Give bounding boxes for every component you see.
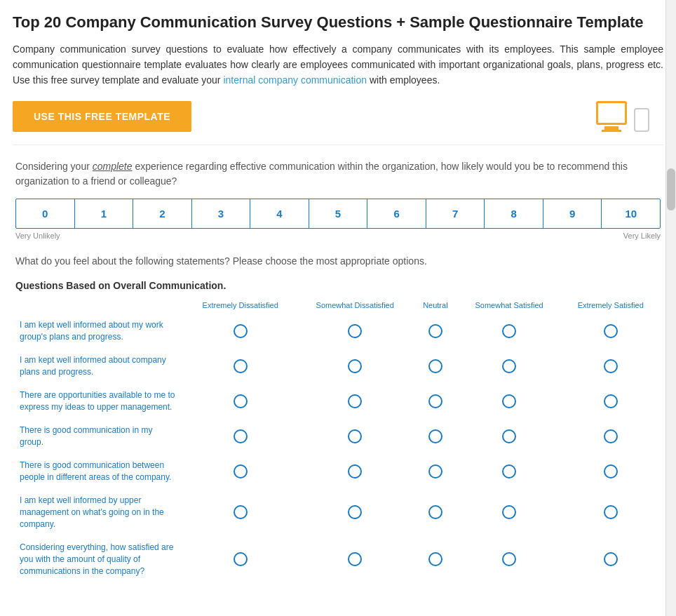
radio-r3-c2[interactable] bbox=[428, 429, 442, 443]
nps-cell-6[interactable]: 6 bbox=[367, 199, 426, 228]
matrix-row-5-col-4 bbox=[560, 490, 661, 535]
nps-label-unlikely: Very Unlikely bbox=[15, 232, 60, 240]
matrix-col-ext-dissatisfied: Extremely Dissatisfied bbox=[184, 298, 297, 315]
nps-cell-7[interactable]: 7 bbox=[426, 199, 485, 228]
radio-r4-c3[interactable] bbox=[502, 464, 516, 478]
matrix-row-0-col-4 bbox=[560, 315, 661, 347]
use-template-button[interactable]: USE THIS FREE TEMPLATE bbox=[13, 101, 191, 132]
radio-r6-c1[interactable] bbox=[348, 552, 362, 566]
matrix-row-2-col-2 bbox=[413, 385, 458, 417]
radio-r4-c1[interactable] bbox=[348, 464, 362, 478]
nps-cell-0[interactable]: 0 bbox=[16, 199, 75, 228]
radio-r6-c3[interactable] bbox=[502, 552, 516, 566]
radio-r6-c2[interactable] bbox=[428, 552, 442, 566]
matrix-row-1-col-1 bbox=[297, 350, 413, 382]
nps-cell-9[interactable]: 9 bbox=[543, 199, 602, 228]
matrix-row-2-col-1 bbox=[297, 385, 413, 417]
radio-r0-c0[interactable] bbox=[234, 324, 248, 338]
matrix-row: There is good communication between peop… bbox=[15, 455, 661, 488]
radio-r5-c2[interactable] bbox=[428, 505, 442, 519]
radio-r1-c0[interactable] bbox=[234, 359, 248, 373]
radio-r1-c4[interactable] bbox=[604, 359, 618, 373]
matrix-header-row: Extremely Dissatisfied Somewhat Dissatis… bbox=[15, 298, 661, 315]
matrix-row-1-col-4 bbox=[560, 350, 661, 382]
matrix-row: I am kept well informed about my work gr… bbox=[15, 315, 661, 347]
radio-r0-c2[interactable] bbox=[428, 324, 442, 338]
matrix-row-2-col-4 bbox=[560, 385, 661, 417]
matrix-row-3-col-0 bbox=[184, 420, 297, 453]
matrix-row: There is good communication in my group. bbox=[15, 420, 661, 453]
matrix-row-6-col-1 bbox=[297, 537, 413, 581]
matrix-row-1-question: I am kept well informed about company pl… bbox=[15, 350, 184, 382]
matrix-row-6-col-0 bbox=[184, 537, 297, 581]
matrix-row-1-col-3 bbox=[458, 350, 561, 382]
matrix-col-somewhat-satisfied: Somewhat Satisfied bbox=[458, 298, 561, 315]
radio-r3-c1[interactable] bbox=[348, 429, 362, 443]
matrix-row: Considering everything, how satisfied ar… bbox=[15, 537, 661, 581]
nps-cell-5[interactable]: 5 bbox=[309, 199, 368, 228]
matrix-row-3-question: There is good communication in my group. bbox=[15, 420, 184, 453]
matrix-col-somewhat-dissatisfied: Somewhat Dissatisfied bbox=[297, 298, 413, 315]
matrix-row-1-col-0 bbox=[184, 350, 297, 382]
internal-communication-link[interactable]: internal company communication bbox=[223, 74, 367, 86]
radio-r2-c4[interactable] bbox=[604, 394, 618, 408]
radio-r1-c3[interactable] bbox=[502, 359, 516, 373]
nps-cell-4[interactable]: 4 bbox=[250, 199, 309, 228]
matrix-row-0-col-1 bbox=[297, 315, 413, 347]
matrix-row-3-col-4 bbox=[560, 420, 661, 453]
radio-r1-c2[interactable] bbox=[428, 359, 442, 373]
nps-labels: Very Unlikely Very Likely bbox=[15, 232, 661, 240]
nps-scale: 0 1 2 3 4 5 6 7 8 9 10 bbox=[15, 199, 661, 229]
matrix-row-4-col-3 bbox=[458, 455, 561, 488]
nps-cell-1[interactable]: 1 bbox=[75, 199, 134, 228]
nps-cell-10[interactable]: 10 bbox=[602, 199, 660, 228]
radio-r5-c3[interactable] bbox=[502, 505, 516, 519]
survey-section: Considering your complete experience reg… bbox=[13, 159, 663, 582]
radio-r0-c3[interactable] bbox=[502, 324, 516, 338]
radio-r3-c3[interactable] bbox=[502, 429, 516, 443]
radio-r2-c1[interactable] bbox=[348, 394, 362, 408]
matrix-row: There are opportunities available to me … bbox=[15, 385, 661, 417]
radio-r1-c1[interactable] bbox=[348, 359, 362, 373]
radio-r2-c2[interactable] bbox=[428, 394, 442, 408]
matrix-row-5-question: I am kept well informed by upper managem… bbox=[15, 490, 184, 535]
matrix-row-5-col-0 bbox=[184, 490, 297, 535]
radio-r6-c4[interactable] bbox=[604, 552, 618, 566]
nps-label-likely: Very Likely bbox=[623, 232, 661, 240]
radio-r4-c2[interactable] bbox=[428, 464, 442, 478]
radio-r6-c0[interactable] bbox=[234, 552, 248, 566]
radio-r4-c4[interactable] bbox=[604, 464, 618, 478]
matrix-intro: What do you feel about the following sta… bbox=[15, 254, 661, 269]
mobile-icon[interactable] bbox=[634, 108, 649, 132]
radio-r5-c4[interactable] bbox=[604, 505, 618, 519]
radio-r5-c1[interactable] bbox=[348, 505, 362, 519]
nps-cell-3[interactable]: 3 bbox=[192, 199, 251, 228]
matrix-row-2-col-0 bbox=[184, 385, 297, 417]
matrix-row-2-col-3 bbox=[458, 385, 561, 417]
matrix-row-6-col-2 bbox=[413, 537, 458, 581]
matrix-row-2-question: There are opportunities available to me … bbox=[15, 385, 184, 417]
monitor-base bbox=[602, 130, 621, 132]
radio-r5-c0[interactable] bbox=[234, 505, 248, 519]
matrix-row-4-col-0 bbox=[184, 455, 297, 488]
matrix-row-5-col-2 bbox=[413, 490, 458, 535]
matrix-row-4-col-2 bbox=[413, 455, 458, 488]
matrix-row-3-col-2 bbox=[413, 420, 458, 453]
nps-cell-8[interactable]: 8 bbox=[485, 199, 543, 228]
radio-r0-c1[interactable] bbox=[348, 324, 362, 338]
nps-cell-2[interactable]: 2 bbox=[133, 199, 192, 228]
scrollbar-thumb[interactable] bbox=[667, 168, 675, 210]
action-row: USE THIS FREE TEMPLATE bbox=[13, 101, 663, 132]
radio-r3-c0[interactable] bbox=[234, 429, 248, 443]
monitor-icon[interactable] bbox=[596, 101, 627, 132]
radio-r4-c0[interactable] bbox=[234, 464, 248, 478]
radio-r2-c0[interactable] bbox=[234, 394, 248, 408]
matrix-row-4-question: There is good communication between peop… bbox=[15, 455, 184, 488]
nps-question: Considering your complete experience reg… bbox=[15, 159, 661, 189]
radio-r3-c4[interactable] bbox=[604, 429, 618, 443]
matrix-row-1-col-2 bbox=[413, 350, 458, 382]
radio-r2-c3[interactable] bbox=[502, 394, 516, 408]
matrix-col-question bbox=[15, 298, 184, 315]
radio-r0-c4[interactable] bbox=[604, 324, 618, 338]
matrix-col-neutral: Neutral bbox=[413, 298, 458, 315]
